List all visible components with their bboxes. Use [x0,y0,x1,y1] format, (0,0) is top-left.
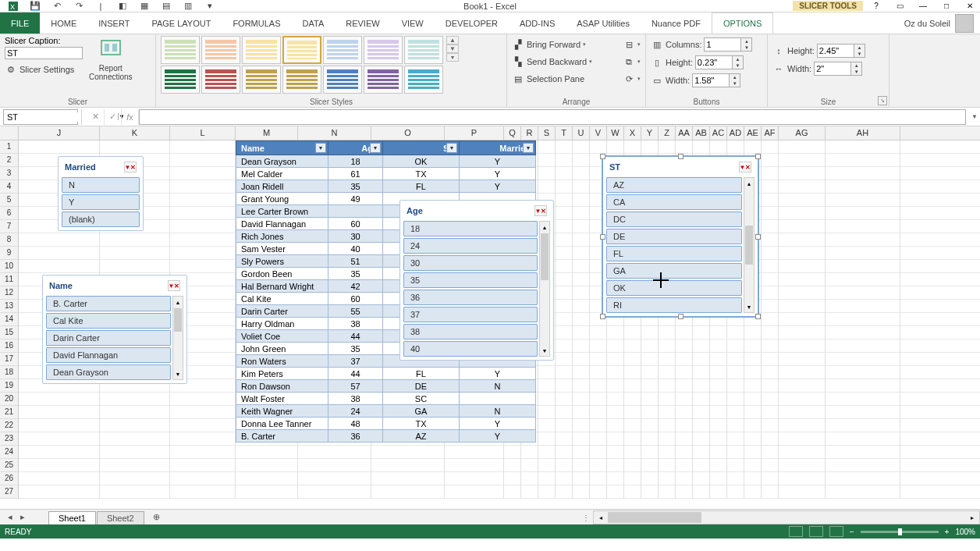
clear-filter-icon[interactable]: ▼✕ [124,162,137,172]
table-cell[interactable]: Walt Foster [236,393,328,405]
table-header[interactable]: Name▼ [236,141,328,155]
minimize-icon[interactable]: — [913,1,933,12]
tab-nuance-pdf[interactable]: Nuance PDF [641,12,712,34]
slicer-item[interactable]: (blank) [62,212,140,227]
cancel-formula-icon[interactable]: ✕ [87,109,105,125]
qat-btn-1[interactable]: ◧ [112,1,133,12]
row-header[interactable]: 26 [0,472,18,485]
row-header[interactable]: 11 [0,273,18,286]
maximize-icon[interactable]: □ [936,1,957,12]
view-normal-icon[interactable] [789,526,803,537]
tab-add-ins[interactable]: ADD-INS [509,12,566,34]
row-header[interactable]: 7 [0,220,18,233]
col-header[interactable]: V [590,126,607,140]
col-header[interactable]: AF [762,126,779,140]
table-cell[interactable]: 48 [328,418,383,430]
row-header[interactable]: 6 [0,207,18,220]
table-cell[interactable]: GA [383,405,460,418]
tab-formulas[interactable]: FORMULAS [222,12,291,34]
name-box[interactable]: ▼ [3,109,78,125]
filter-dropdown-icon[interactable]: ▼ [315,143,326,153]
slicer-item[interactable]: DE [606,229,742,244]
row-header[interactable]: 23 [0,432,18,446]
slicer-scrollbar[interactable]: ▲▼ [539,221,550,357]
gallery-more-button[interactable]: ▲▼▾ [446,36,459,62]
slicer-married[interactable]: Married▼✕ NY(blank) [58,156,144,231]
undo-icon[interactable]: ↶ [47,1,67,12]
row-header[interactable]: 4 [0,180,18,194]
table-cell[interactable]: 60 [328,293,383,305]
table-cell[interactable]: David Flannagan [236,218,328,230]
slicer-item[interactable]: Dean Grayson [46,364,171,380]
rotate-button[interactable]: ⟳▾ [623,70,641,87]
tab-options[interactable]: OPTIONS [712,12,774,34]
slicer-item[interactable]: GA [606,263,742,279]
slicer-item[interactable]: B. Carter [46,296,171,311]
worksheet-grid[interactable]: JKLMNOPQRSTUVWXYZAAABACADAEAFAGAH 123456… [0,126,980,509]
slicer-item[interactable]: DC [606,212,742,227]
slicer-scrollbar[interactable]: ▲▼ [172,296,183,380]
tab-review[interactable]: REVIEW [335,12,390,34]
send-backward-button[interactable]: ▚Send Backward▾ [512,53,592,70]
table-cell[interactable]: Lee Carter Brown [236,205,328,218]
filter-dropdown-icon[interactable]: ▼ [523,143,534,153]
clear-filter-icon[interactable]: ▼✕ [739,162,751,172]
table-cell[interactable]: SC [383,393,460,405]
slicer-settings-button[interactable]: ⚙ Slicer Settings [5,61,83,78]
table-cell[interactable]: Sam Vester [236,243,328,255]
table-cell[interactable]: 40 [328,243,383,255]
tab-page-layout[interactable]: PAGE LAYOUT [140,12,222,34]
table-cell[interactable]: B. Carter [236,430,328,443]
row-header[interactable]: 17 [0,353,18,366]
table-cell[interactable]: Rich Jones [236,230,328,243]
filter-dropdown-icon[interactable]: ▼ [370,143,381,153]
table-cell[interactable] [460,393,536,405]
col-header[interactable]: AH [826,126,900,140]
table-cell[interactable]: 42 [328,280,383,293]
table-cell[interactable]: FL [383,180,460,193]
size-height-input[interactable]: ▲▼ [817,44,865,58]
slicer-st[interactable]: ST▼✕ AZCADCDEFLGAOKRI ▲▼ [602,156,758,317]
table-cell[interactable]: Ron Waters [236,355,328,368]
button-width-input[interactable]: ▲▼ [692,73,740,87]
report-connections-button[interactable]: Report Connections [86,36,136,83]
table-cell[interactable]: Joan Ridell [236,180,328,193]
view-break-icon[interactable] [829,526,843,537]
table-cell[interactable]: Y [460,430,536,443]
table-cell[interactable]: TX [383,168,460,180]
table-cell[interactable]: 51 [328,255,383,268]
slicer-item[interactable]: 35 [403,272,538,288]
col-header[interactable]: AC [710,126,727,140]
table-cell[interactable]: 57 [328,380,383,393]
slicer-item[interactable]: Cal Kite [46,313,171,329]
view-layout-icon[interactable] [809,526,823,537]
slicer-item[interactable]: 36 [403,290,538,305]
slicer-item[interactable]: CA [606,194,742,210]
col-header[interactable]: L [170,126,236,140]
row-header[interactable]: 3 [0,167,18,180]
tab-view[interactable]: VIEW [391,12,435,34]
table-cell[interactable]: Darin Carter [236,305,328,318]
col-header[interactable]: Z [659,126,676,140]
slicer-name[interactable]: Name▼✕ B. CarterCal KiteDarin CarterDavi… [42,275,187,384]
slicer-scrollbar[interactable]: ▲▼ [744,177,755,313]
tab-data[interactable]: DATA [292,12,336,34]
zoom-level[interactable]: 100% [955,528,975,536]
col-header[interactable]: P [445,126,504,140]
columns-input[interactable]: ▲▼ [704,37,752,52]
col-header[interactable]: M [236,126,298,140]
table-cell[interactable]: Mel Calder [236,168,328,180]
table-cell[interactable]: 35 [328,343,383,355]
table-cell[interactable]: Keith Wagner [236,405,328,418]
row-header[interactable]: 18 [0,366,18,379]
table-cell[interactable]: Y [460,368,536,380]
slicer-style-gallery[interactable] [161,36,443,94]
table-cell[interactable]: FL [383,368,460,380]
row-header[interactable]: 20 [0,393,18,406]
table-cell[interactable]: Ron Dawson [236,380,328,393]
table-cell[interactable]: Donna Lee Tanner [236,418,328,430]
table-cell[interactable]: Hal Bernard Wright [236,280,328,293]
slicer-item[interactable]: 24 [403,238,538,254]
zoom-slider[interactable] [861,531,939,533]
col-header[interactable]: J [19,126,100,140]
